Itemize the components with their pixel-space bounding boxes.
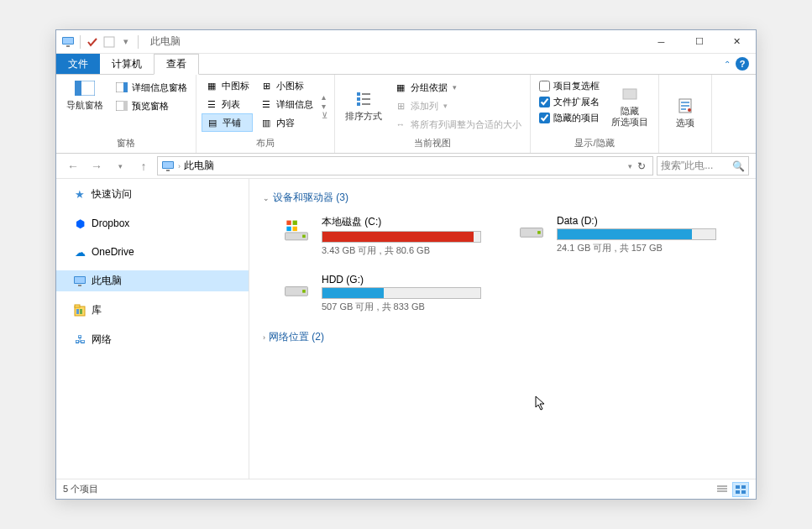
drive-stats: 24.1 GB 可用 , 共 157 GB bbox=[557, 242, 725, 254]
group-by-button[interactable]: ▦分组依据▾ bbox=[390, 78, 525, 97]
svg-rect-39 bbox=[736, 485, 740, 489]
hide-selected-button[interactable]: 隐藏所选项目 bbox=[606, 76, 653, 135]
svg-rect-28 bbox=[80, 309, 82, 314]
section-network-locations[interactable]: › 网络位置 (2) bbox=[263, 327, 742, 348]
sidebar-item-quick-access[interactable]: ★快速访问 bbox=[56, 184, 249, 205]
group-label-panes: 窗格 bbox=[61, 135, 191, 151]
help-icon[interactable]: ? bbox=[736, 57, 749, 71]
size-columns-button[interactable]: ↔将所有列调整为合适的大小 bbox=[390, 115, 525, 134]
view-tiles-button[interactable] bbox=[732, 482, 749, 497]
svg-rect-31 bbox=[286, 221, 291, 225]
svg-rect-5 bbox=[75, 81, 81, 96]
options-button[interactable]: 选项 bbox=[664, 76, 706, 148]
layout-content[interactable]: ▥内容 bbox=[256, 113, 317, 132]
refresh-button[interactable]: ↻ bbox=[634, 160, 649, 172]
ribbon: 导航窗格 详细信息窗格 预览窗格 窗格 ▦中图标 ☰列表 ▤平铺 ⊞小图标 bbox=[56, 75, 756, 154]
svg-rect-15 bbox=[362, 103, 370, 105]
sidebar-item-this-pc[interactable]: 此电脑 bbox=[56, 270, 249, 291]
svg-rect-10 bbox=[357, 92, 360, 96]
maximize-button[interactable]: ☐ bbox=[680, 30, 718, 54]
explorer-window: ▾ 此电脑 ─ ☐ ✕ 文件 计算机 查看 ⌃ ? 导航窗格 bbox=[55, 29, 757, 500]
tab-view[interactable]: 查看 bbox=[154, 54, 199, 75]
addr-dropdown[interactable]: ▾ bbox=[628, 162, 632, 170]
svg-rect-23 bbox=[75, 277, 85, 283]
layout-expand[interactable]: ⊻ bbox=[322, 111, 327, 120]
libraries-icon bbox=[73, 304, 86, 317]
layout-list[interactable]: ☰列表 bbox=[202, 95, 253, 113]
file-extensions-toggle[interactable]: 文件扩展名 bbox=[536, 94, 603, 110]
svg-rect-38 bbox=[302, 290, 306, 293]
drive-name: 本地磁盘 (C:) bbox=[322, 215, 490, 229]
this-pc-icon bbox=[161, 160, 175, 173]
svg-rect-9 bbox=[123, 101, 128, 111]
tab-computer[interactable]: 计算机 bbox=[100, 54, 154, 74]
titlebar: ▾ 此电脑 ─ ☐ ✕ bbox=[56, 30, 756, 54]
svg-rect-11 bbox=[362, 93, 370, 95]
content-icon: ▥ bbox=[259, 116, 273, 129]
group-label-layout: 布局 bbox=[202, 135, 329, 151]
properties-icon[interactable] bbox=[86, 35, 99, 49]
tab-file[interactable]: 文件 bbox=[56, 54, 100, 74]
drive-name: Data (D:) bbox=[557, 215, 725, 227]
layout-scroll-up[interactable]: ▴ bbox=[322, 92, 327, 102]
svg-rect-14 bbox=[357, 102, 360, 106]
svg-rect-27 bbox=[76, 309, 79, 314]
nav-forward[interactable]: → bbox=[86, 156, 107, 176]
layout-medium-icons[interactable]: ▦中图标 bbox=[202, 76, 253, 95]
sort-by-button[interactable]: 排序方式 bbox=[340, 76, 387, 135]
drive-item[interactable]: 本地磁盘 (C:)3.43 GB 可用 , 共 80.6 GB bbox=[280, 215, 490, 257]
qat-blank-icon[interactable] bbox=[102, 35, 116, 49]
close-button[interactable]: ✕ bbox=[718, 30, 756, 54]
svg-rect-24 bbox=[78, 285, 81, 286]
address-bar: ← → ▾ ↑ › 此电脑 ▾ ↻ 搜索"此电... 🔍 bbox=[56, 154, 756, 179]
add-columns-button[interactable]: ⊞添加列▾ bbox=[390, 97, 525, 115]
search-input[interactable]: 搜索"此电... 🔍 bbox=[657, 156, 749, 175]
sidebar-item-onedrive[interactable]: ☁OneDrive bbox=[56, 242, 249, 262]
hide-icon bbox=[620, 84, 640, 104]
nav-recent[interactable]: ▾ bbox=[110, 156, 130, 176]
svg-rect-40 bbox=[741, 485, 746, 489]
layout-tiles[interactable]: ▤平铺 bbox=[202, 113, 253, 132]
nav-back[interactable]: ← bbox=[63, 156, 83, 176]
collapse-ribbon[interactable]: ⌃ bbox=[724, 60, 731, 69]
section-devices[interactable]: ⌄ 设备和驱动器 (3) bbox=[263, 187, 742, 208]
small-icons-icon: ⊞ bbox=[259, 79, 273, 92]
medium-icons-icon: ▦ bbox=[205, 79, 218, 92]
svg-rect-30 bbox=[302, 235, 306, 238]
svg-rect-41 bbox=[736, 490, 740, 494]
sidebar-item-dropbox[interactable]: ⬢Dropbox bbox=[56, 213, 249, 233]
svg-rect-3 bbox=[104, 37, 114, 47]
qat-dropdown[interactable]: ▾ bbox=[119, 35, 133, 49]
layout-details[interactable]: ☰详细信息 bbox=[256, 95, 317, 113]
nav-pane-icon bbox=[75, 78, 95, 98]
drive-item[interactable]: Data (D:)24.1 GB 可用 , 共 157 GB bbox=[515, 215, 725, 257]
minimize-button[interactable]: ─ bbox=[642, 30, 680, 54]
sidebar-item-libraries[interactable]: 库 bbox=[56, 300, 249, 321]
address-input[interactable]: › 此电脑 ▾ ↻ bbox=[157, 156, 653, 175]
details-pane-button[interactable]: 详细信息窗格 bbox=[112, 78, 191, 97]
item-checkboxes-toggle[interactable]: 项目复选框 bbox=[536, 78, 603, 94]
tiles-icon: ▤ bbox=[206, 116, 219, 129]
hidden-items-toggle[interactable]: 隐藏的项目 bbox=[536, 110, 603, 126]
layout-small-icons[interactable]: ⊞小图标 bbox=[256, 76, 317, 95]
svg-rect-42 bbox=[741, 490, 746, 494]
svg-rect-32 bbox=[293, 221, 297, 225]
group-by-icon: ▦ bbox=[394, 81, 407, 94]
disk-icon bbox=[280, 274, 313, 307]
group-label-current-view: 当前视图 bbox=[340, 135, 525, 151]
drive-item[interactable]: HDD (G:)507 GB 可用 , 共 833 GB bbox=[280, 274, 490, 313]
svg-rect-20 bbox=[163, 162, 173, 168]
preview-pane-icon bbox=[115, 99, 128, 113]
view-details-button[interactable] bbox=[714, 482, 731, 497]
navigation-pane-button[interactable]: 导航窗格 bbox=[61, 76, 108, 113]
sidebar-item-network[interactable]: 🖧网络 bbox=[56, 329, 249, 350]
chevron-down-icon: ⌄ bbox=[263, 194, 270, 202]
quick-access-icon: ★ bbox=[73, 188, 86, 202]
nav-up[interactable]: ↑ bbox=[134, 156, 154, 176]
chevron-right-icon: › bbox=[263, 333, 265, 342]
window-title: 此电脑 bbox=[150, 34, 181, 49]
size-columns-icon: ↔ bbox=[394, 118, 407, 131]
preview-pane-button[interactable]: 预览窗格 bbox=[112, 97, 191, 115]
layout-scroll-down[interactable]: ▾ bbox=[322, 102, 327, 111]
svg-point-18 bbox=[688, 108, 691, 112]
